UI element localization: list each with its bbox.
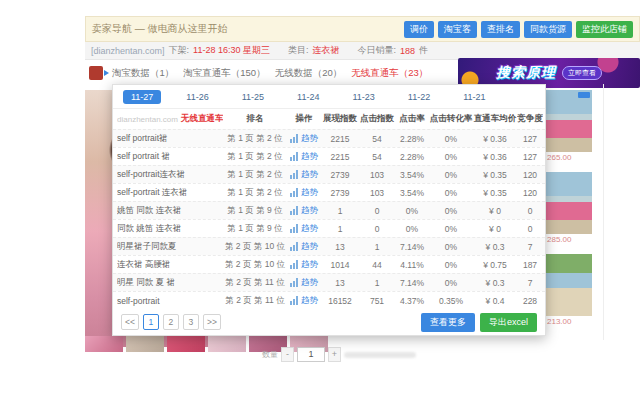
ppc-cell: ¥ 0.75 bbox=[473, 260, 517, 270]
competition-cell: 120 bbox=[517, 188, 543, 198]
rank-column-header: 排名 bbox=[223, 113, 287, 125]
trend-link[interactable]: 趋势 bbox=[301, 277, 318, 289]
trend-link[interactable]: 趋势 bbox=[301, 205, 318, 217]
table-body: self portrait裙 第 1 页 第 2 位 趋势 2215 54 2.… bbox=[113, 129, 545, 309]
cvr-cell: 0% bbox=[429, 188, 473, 198]
rank-cell: 第 1 页 第 9 位 bbox=[223, 223, 287, 235]
quantity-input[interactable]: 1 bbox=[297, 347, 325, 362]
trend-link[interactable]: 趋势 bbox=[301, 169, 318, 181]
trend-link[interactable]: 趋势 bbox=[301, 151, 318, 163]
ad-cta-button[interactable]: 立即查看 bbox=[562, 66, 602, 80]
ctr-cell: 4.11% bbox=[395, 260, 429, 270]
cvr-cell: 0% bbox=[429, 170, 473, 180]
clicks-cell: 54 bbox=[359, 134, 395, 144]
clicks-cell: 1 bbox=[359, 242, 395, 252]
category-link[interactable]: 连衣裙 bbox=[312, 44, 339, 57]
rank-cell: 第 2 页 第 10 位 bbox=[223, 241, 287, 253]
clicks-cell: 54 bbox=[359, 152, 395, 162]
sku-thumbnail[interactable] bbox=[85, 336, 123, 352]
trend-link[interactable]: 趋势 bbox=[301, 133, 318, 145]
cvr-cell: 0% bbox=[429, 278, 473, 288]
cvr-cell: 0% bbox=[429, 224, 473, 234]
related-product-card[interactable]: 285.00 bbox=[545, 172, 592, 245]
trend-link[interactable]: 趋势 bbox=[301, 223, 318, 235]
content-divider bbox=[603, 84, 604, 340]
product-price: 265.00 bbox=[545, 152, 592, 163]
cvr-cell: 0.35% bbox=[429, 296, 473, 306]
action-cell: 趋势 bbox=[287, 205, 321, 217]
table-row: self portrait裙 第 1 页 第 2 位 趋势 2215 54 2.… bbox=[113, 129, 545, 147]
ctr-cell: 2.28% bbox=[395, 152, 429, 162]
table-row: 明星裙子同款夏 第 2 页 第 10 位 趋势 13 1 7.14% 0% ¥ … bbox=[113, 237, 545, 255]
pagination-page-2[interactable]: 2 bbox=[163, 314, 179, 330]
tab-taobao-data[interactable]: 淘宝数据（1） bbox=[112, 67, 174, 80]
date-tab-11-22[interactable]: 11-22 bbox=[400, 90, 438, 104]
ctr-cell: 2.28% bbox=[395, 134, 429, 144]
clicks-cell: 44 bbox=[359, 260, 395, 270]
view-more-button[interactable]: 查看更多 bbox=[421, 313, 475, 332]
impressions-cell: 1014 bbox=[321, 260, 359, 270]
date-tab-11-24[interactable]: 11-24 bbox=[289, 90, 327, 104]
impressions-cell: 13 bbox=[321, 242, 359, 252]
pagination-first-button[interactable]: << bbox=[121, 314, 139, 330]
sku-thumbnail[interactable] bbox=[126, 336, 164, 352]
table-row: 连衣裙 高腰裙 第 2 页 第 10 位 趋势 1014 44 4.11% 0%… bbox=[113, 255, 545, 273]
pagination-page-3[interactable]: 3 bbox=[183, 314, 199, 330]
date-tab-11-23[interactable]: 11-23 bbox=[344, 90, 382, 104]
rank-cell: 第 1 页 第 2 位 bbox=[223, 169, 287, 181]
keyword-cell: self-portrait bbox=[117, 296, 223, 306]
impressions-cell: 16152 bbox=[321, 296, 359, 306]
trend-chart-icon bbox=[290, 206, 299, 215]
impressions-cell: 1 bbox=[321, 224, 359, 234]
data-tab-bar: 淘宝数据（1） 淘宝直通车（150） 无线数据（20） 无线直通车（23） bbox=[85, 60, 458, 86]
quantity-label: 数量 bbox=[262, 349, 278, 360]
competition-cell: 0 bbox=[517, 206, 543, 216]
related-product-card[interactable]: 265.00 bbox=[545, 90, 592, 163]
adjust-price-button[interactable]: 调价 bbox=[404, 21, 434, 38]
competition-cell: 187 bbox=[517, 260, 543, 270]
date-tab-11-27[interactable]: 11-27 bbox=[123, 90, 161, 104]
product-thumbnail bbox=[545, 254, 592, 316]
export-excel-button[interactable]: 导出excel bbox=[480, 313, 537, 332]
date-tab-11-26[interactable]: 11-26 bbox=[178, 90, 216, 104]
action-column-header: 操作 bbox=[287, 113, 321, 125]
tab-wireless-ztc[interactable]: 无线直通车（23） bbox=[351, 67, 428, 80]
check-rank-button[interactable]: 查排名 bbox=[481, 21, 520, 38]
same-item-source-button[interactable]: 同款货源 bbox=[524, 21, 572, 38]
ctr-cell: 3.54% bbox=[395, 170, 429, 180]
dianzhentan-logo-icon bbox=[89, 66, 103, 80]
competition-cell: 127 bbox=[517, 134, 543, 144]
date-tab-11-21[interactable]: 11-21 bbox=[455, 90, 493, 104]
seller-nav-title: 卖家导航 — 做电商从这里开始 bbox=[92, 22, 228, 36]
sku-thumbnail[interactable] bbox=[167, 336, 205, 352]
related-product-card[interactable]: 213.00 bbox=[545, 254, 592, 327]
ppc-cell: ¥ 0.36 bbox=[473, 152, 517, 162]
ppc-cell: ¥ 0.35 bbox=[473, 170, 517, 180]
trend-link[interactable]: 趋势 bbox=[301, 295, 318, 307]
header-category-label: 无线直通车词 bbox=[181, 113, 223, 125]
tab-taobao-ztc[interactable]: 淘宝直通车（150） bbox=[183, 67, 265, 80]
trend-chart-icon bbox=[290, 260, 299, 269]
trend-link[interactable]: 趋势 bbox=[301, 241, 318, 253]
action-cell: 趋势 bbox=[287, 241, 321, 253]
taobaoke-button[interactable]: 淘宝客 bbox=[438, 21, 477, 38]
tab-wireless-data[interactable]: 无线数据（20） bbox=[275, 67, 343, 80]
cvr-cell: 0% bbox=[429, 134, 473, 144]
action-cell: 趋势 bbox=[287, 295, 321, 307]
pagination-last-button[interactable]: >> bbox=[203, 314, 221, 330]
sku-thumbnail[interactable] bbox=[208, 336, 246, 352]
quantity-plus-button[interactable]: + bbox=[328, 347, 341, 362]
keyword-cell: self-portrait连衣裙 bbox=[117, 169, 223, 181]
date-tab-11-25[interactable]: 11-25 bbox=[234, 90, 272, 104]
competition-cell: 120 bbox=[517, 170, 543, 180]
trend-link[interactable]: 趋势 bbox=[301, 187, 318, 199]
ctr-cell: 4.37% bbox=[395, 296, 429, 306]
trend-chart-icon bbox=[290, 170, 299, 179]
rank-cell: 第 1 页 第 2 位 bbox=[223, 133, 287, 145]
monitor-shop-button[interactable]: 监控此店铺 bbox=[576, 21, 633, 38]
trend-link[interactable]: 趋势 bbox=[301, 259, 318, 271]
quantity-minus-button[interactable]: - bbox=[281, 347, 294, 362]
impressions-column-header: 展现指数 bbox=[321, 113, 359, 125]
pagination-page-1[interactable]: 1 bbox=[143, 314, 159, 330]
table-row: self-portrait 第 2 页 第 11 位 趋势 16152 751 … bbox=[113, 291, 545, 309]
